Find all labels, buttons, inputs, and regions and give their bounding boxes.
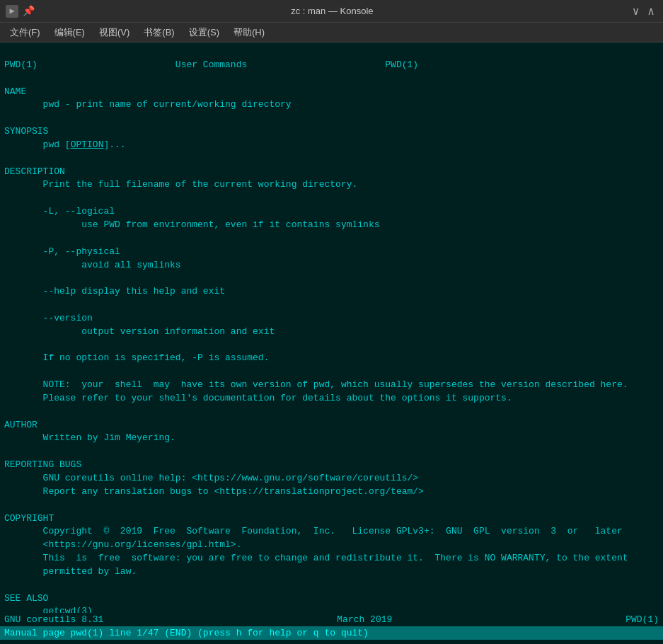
footer-left: GNU coreutils 8.31 bbox=[4, 614, 103, 625]
terminal-content[interactable]: PWD(1) User Commands PWD(1) NAME pwd - p… bbox=[0, 42, 663, 613]
menu-edit[interactable]: 编辑(E) bbox=[47, 23, 92, 42]
terminal: PWD(1) User Commands PWD(1) NAME pwd - p… bbox=[0, 42, 663, 644]
footer-bar: GNU coreutils 8.31 March 2019 PWD(1) Man… bbox=[0, 613, 663, 644]
footer-line1: GNU coreutils 8.31 March 2019 PWD(1) bbox=[0, 613, 663, 626]
footer-right: PWD(1) bbox=[625, 614, 659, 625]
menu-bookmarks[interactable]: 书签(B) bbox=[137, 23, 181, 42]
footer-center: March 2019 bbox=[337, 614, 392, 625]
man-content: PWD(1) User Commands PWD(1) NAME pwd - p… bbox=[4, 59, 628, 613]
menu-view[interactable]: 视图(V) bbox=[92, 23, 137, 42]
window-controls: ∨ ∧ bbox=[630, 3, 657, 20]
titlebar-left: ▶ 📌 bbox=[6, 5, 35, 18]
menu-settings[interactable]: 设置(S) bbox=[182, 23, 226, 42]
titlebar: ▶ 📌 zc : man — Konsole ∨ ∧ bbox=[0, 0, 663, 23]
menu-file[interactable]: 文件(F) bbox=[3, 23, 47, 42]
pin-icon[interactable]: 📌 bbox=[23, 5, 35, 17]
status-line: Manual page pwd(1) line 1/47 (END) (pres… bbox=[0, 626, 663, 640]
terminal-icon: ▶ bbox=[6, 5, 18, 18]
collapse-button[interactable]: ∨ bbox=[630, 3, 642, 20]
window-title: zc : man — Konsole bbox=[35, 6, 630, 16]
menu-help[interactable]: 帮助(H) bbox=[226, 23, 272, 42]
menubar: 文件(F) 编辑(E) 视图(V) 书签(B) 设置(S) 帮助(H) bbox=[0, 23, 663, 42]
close-button[interactable]: ∧ bbox=[645, 3, 657, 20]
